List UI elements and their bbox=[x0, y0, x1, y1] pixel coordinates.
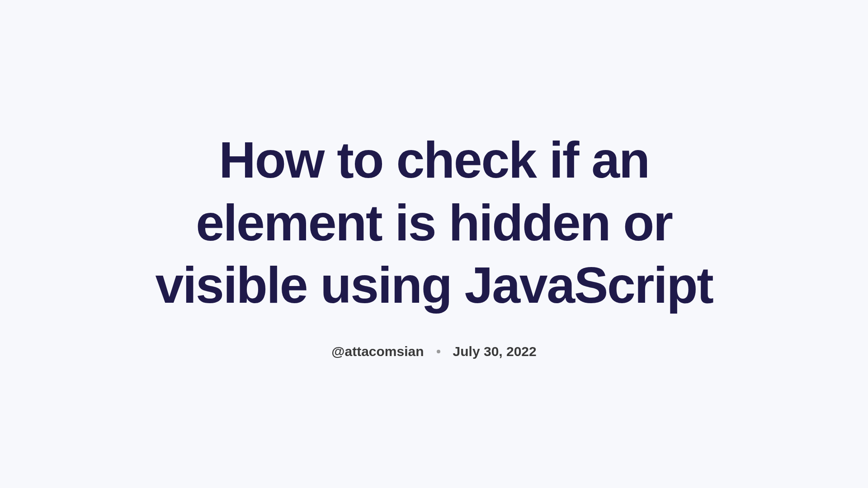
content-wrapper: How to check if an element is hidden or … bbox=[118, 129, 750, 360]
publish-date: July 30, 2022 bbox=[453, 344, 537, 359]
page-title: How to check if an element is hidden or … bbox=[136, 129, 732, 317]
dot-separator-icon bbox=[437, 350, 440, 353]
meta-row: @attacomsian July 30, 2022 bbox=[331, 344, 536, 359]
author-handle[interactable]: @attacomsian bbox=[331, 344, 424, 359]
